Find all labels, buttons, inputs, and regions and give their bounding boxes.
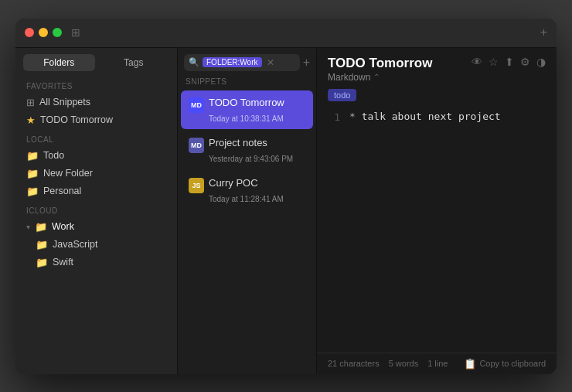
folder-icon: 📁 — [26, 168, 39, 179]
snippets-panel: 🔍 FOLDER:Work ✕ + Snippets MD TODO Tomor… — [178, 48, 317, 374]
sidebar-item-javascript[interactable]: 📁 JavaScript — [15, 236, 177, 254]
search-clear-button[interactable]: ✕ — [267, 57, 274, 68]
eye-icon[interactable]: 👁 — [472, 56, 482, 68]
sidebar-item-personal[interactable]: 📁 Personal — [15, 182, 177, 200]
snippet-title: TODO Tomorrow — [209, 97, 284, 108]
sidebar-item-label: TODO Tomorrow — [40, 114, 113, 125]
editor-footer: 21 characters 5 words 1 line 📋 Copy to c… — [317, 353, 557, 374]
snippet-item-project-notes[interactable]: MD Project notes Yesterday at 9:43:06 PM — [181, 131, 313, 169]
sidebar-item-label: Work — [52, 221, 74, 232]
icloud-section-label: iCloud — [15, 200, 177, 218]
titlebar: ⊞ + — [15, 19, 557, 48]
editor-body[interactable]: 1 * talk about next project — [317, 107, 557, 353]
titlebar-add-button[interactable]: + — [540, 26, 547, 39]
traffic-lights — [25, 28, 62, 37]
tab-tags[interactable]: Tags — [98, 54, 170, 71]
snippet-badge-md: MD — [189, 97, 204, 113]
editor-code-content[interactable]: * talk about next project — [349, 111, 546, 349]
folder-tag-label: FOLDER:Work — [203, 57, 262, 67]
tag-row: todo — [317, 87, 557, 107]
snippet-item-todo-tomorrow[interactable]: MD TODO Tomorrow Today at 10:38:31 AM — [181, 90, 313, 129]
gear-icon[interactable]: ⚙ — [520, 56, 530, 68]
chevron-down-icon: ▾ — [26, 223, 30, 231]
editor-subtitle-row: Markdown ⌃ — [328, 72, 432, 83]
minimize-button[interactable] — [39, 28, 48, 37]
sidebar-item-label: JavaScript — [53, 239, 97, 250]
snippets-add-button[interactable]: + — [303, 56, 310, 70]
clipboard-icon: 📋 — [464, 358, 476, 370]
snippet-date: Yesterday at 9:43:06 PM — [189, 155, 305, 163]
editor-actions: 👁 ☆ ⬆ ⚙ ◑ — [472, 56, 546, 68]
sidebar-item-label: Swift — [53, 257, 73, 268]
sidebar-tabs: Folders Tags — [15, 48, 177, 76]
folder-icon: 📁 — [36, 257, 48, 268]
editor-footer-stats: 21 characters 5 words 1 line — [328, 359, 448, 368]
sidebar-item-label: All Snippets — [39, 97, 90, 107]
snippet-item-curry-poc[interactable]: JS Curry POC Today at 11:28:41 AM — [181, 171, 313, 210]
chevron-up-down-icon[interactable]: ⌃ — [373, 73, 380, 81]
star-icon: ★ — [26, 114, 36, 126]
app-window: ⊞ + Folders Tags Favorites ⊞ All Snippet… — [15, 19, 557, 374]
editor-title-area: TODO Tomorrow Markdown ⌃ — [328, 56, 432, 83]
snippets-section-label: Snippets — [178, 76, 316, 90]
copy-to-clipboard-button[interactable]: 📋 Copy to clipboard — [464, 358, 546, 370]
editor: TODO Tomorrow Markdown ⌃ 👁 ☆ ⬆ ⚙ ◑ todo — [317, 48, 557, 374]
sidebar-item-swift[interactable]: 📁 Swift — [15, 254, 177, 271]
snippet-title: Curry POC — [209, 177, 258, 189]
snippet-badge-js: JS — [189, 178, 204, 193]
favorites-section-label: Favorites — [15, 76, 177, 94]
snippet-date: Today at 11:28:41 AM — [189, 195, 305, 203]
folder-icon: 📁 — [26, 150, 39, 162]
grid-icon: ⊞ — [26, 97, 35, 108]
maximize-button[interactable] — [53, 28, 62, 37]
search-icon: 🔍 — [189, 57, 199, 67]
character-count: 21 characters — [328, 359, 380, 368]
brightness-icon[interactable]: ◑ — [536, 56, 546, 68]
sidebar-toggle-icon[interactable]: ⊞ — [71, 26, 80, 39]
snippet-date: Today at 10:38:31 AM — [189, 114, 305, 123]
close-button[interactable] — [25, 28, 34, 37]
sidebar-item-work[interactable]: ▾ 📁 Work — [15, 218, 177, 236]
tab-folders[interactable]: Folders — [23, 54, 95, 71]
sidebar-item-new-folder[interactable]: 📁 New Folder — [15, 165, 177, 182]
sidebar-item-label: Todo — [43, 150, 64, 161]
editor-subtitle: Markdown — [328, 72, 370, 83]
word-count: 5 words — [389, 359, 419, 368]
sidebar-item-todo-tomorrow[interactable]: ★ TODO Tomorrow — [15, 111, 177, 129]
sidebar-item-label: New Folder — [43, 168, 93, 179]
line-numbers: 1 — [328, 111, 340, 349]
tag-badge[interactable]: todo — [328, 89, 356, 101]
sidebar-item-all-snippets[interactable]: ⊞ All Snippets — [15, 94, 177, 111]
folder-icon: 📁 — [36, 239, 48, 251]
editor-title: TODO Tomorrow — [328, 56, 432, 71]
local-section-label: Local — [15, 129, 177, 147]
sidebar-item-todo[interactable]: 📁 Todo — [15, 147, 177, 165]
star-icon[interactable]: ☆ — [489, 56, 499, 68]
snippet-title: Project notes — [209, 137, 267, 148]
share-icon[interactable]: ⬆ — [505, 56, 514, 68]
editor-header: TODO Tomorrow Markdown ⌃ 👁 ☆ ⬆ ⚙ ◑ — [317, 48, 557, 87]
snippets-search-bar: 🔍 FOLDER:Work ✕ + — [178, 48, 316, 76]
line-count: 1 line — [427, 359, 448, 368]
content-area: Folders Tags Favorites ⊞ All Snippets ★ … — [15, 48, 557, 374]
search-box[interactable]: 🔍 FOLDER:Work ✕ — [184, 54, 300, 71]
sidebar: Folders Tags Favorites ⊞ All Snippets ★ … — [15, 48, 178, 374]
sidebar-item-label: Personal — [43, 186, 81, 196]
copy-label: Copy to clipboard — [479, 359, 546, 368]
folder-icon: 📁 — [35, 221, 47, 233]
folder-icon: 📁 — [26, 186, 39, 197]
snippet-badge-md2: MD — [189, 138, 204, 153]
